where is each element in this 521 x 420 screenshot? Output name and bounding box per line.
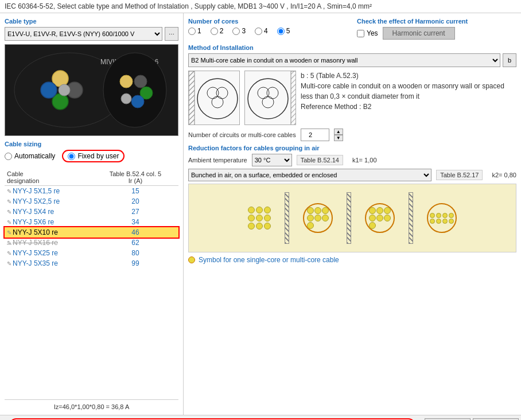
cable-type-label: Cable type [5,18,178,25]
group-1 [248,207,271,230]
cable-name-cell: ✎NYY-J 5X4 re [5,207,92,217]
pencil-icon: ✎ [7,199,11,205]
svg-point-9 [134,75,147,88]
group-4 [427,203,457,233]
pencil-icon: ✎ [7,250,11,256]
cable-ir-cell: 15 [92,186,178,197]
cable-name-cell: ✎NYY-J 5X25 re [5,248,92,258]
method-diagram-1 [188,71,240,125]
group-3 [365,203,395,233]
k2-value: k2= 0,80 [492,172,516,178]
circuits-down-btn[interactable]: ▼ [334,135,343,141]
svg-point-7 [103,53,166,127]
cable-ir-cell: 99 [92,258,178,269]
symbol-row: Symbol for one single-core or multi-core… [188,256,516,264]
cable-image: MIVIKO NYY 5X16 [5,44,178,136]
svg-point-5 [59,84,70,96]
svg-point-22 [248,79,288,119]
cable-name-cell: ✎NYY-J 5X1,5 re [5,186,92,197]
cable-table-row[interactable]: ✎NYY-J 5X35 re99 [5,258,178,269]
iz-formula: Iz=46,0*1,00*0,80 = 36,8 A [5,399,178,410]
yellow-dot-icon [188,256,195,263]
pencil-icon: ✎ [7,230,11,236]
col-ir: Table B.52.4 col. 5Ir (A) [92,169,178,186]
method-section: Method of Installation B2 Multi-core cab… [188,44,516,264]
svg-point-8 [120,75,133,88]
bunching-table-ref: Table B.52.17 [436,170,483,180]
cable-type-icon-btn[interactable]: ⋯ [165,27,178,41]
circuits-spinner[interactable]: ▲ ▼ [334,129,343,141]
grouping-visual [188,184,516,252]
cable-table: Cabledesignation Table B.52.4 col. 5Ir (… [5,169,178,269]
svg-point-23 [258,87,269,99]
cable-table-row[interactable]: ✎NYY-J 5X2,5 re20 [5,196,178,207]
cable-table-row[interactable]: ✎NYY-J 5X10 re46 [5,227,178,238]
col-designation: Cabledesignation [5,169,92,186]
method-description: b : 5 (Table A.52.3) Multi-core cable in… [301,71,516,125]
harmonic-current-btn[interactable]: Harmonic current [383,27,455,40]
cable-name-cell: ✎NYY-J 5X6 re [5,217,92,227]
ambient-label: Ambient temperature [188,157,247,164]
pencil-icon: ✎ [7,209,11,215]
svg-point-19 [212,96,223,108]
cable-name-cell: ✎NYY-J 5X35 re [5,258,92,269]
svg-point-11 [131,95,144,108]
cable-name-cell: ✎NYY-J 5X2,5 re [5,196,92,207]
cable-table-row[interactable]: ✎NYY-J 5X1,5 re15 [5,186,178,197]
harmonic-checkbox-label[interactable]: Yes [357,29,378,37]
cores-radio-4[interactable]: 4 [255,27,268,35]
svg-point-24 [267,87,278,99]
cable-ir-cell: 34 [92,217,178,227]
symbol-label: Symbol for one single-core or multi-core… [199,256,339,264]
cores-label: Number of cores [188,18,348,25]
method-label: Method of Installation [188,44,516,51]
harmonic-yes-label: Yes [367,29,378,37]
svg-point-4 [41,82,57,98]
harmonic-section: Check the effect of Harmonic current Yes… [357,18,516,40]
wall-1 [285,192,289,244]
svg-point-18 [216,87,228,99]
b-button[interactable]: b [503,53,516,67]
pencil-icon: ✎ [7,219,11,225]
pencil-icon: ✎ [7,188,11,195]
method-select[interactable]: B2 Multi-core cable in conduit on a wood… [188,53,500,67]
circuits-input[interactable] [301,129,329,141]
cable-ir-cell: 62 [92,238,178,248]
cable-type-select[interactable]: E1VV-U, E1VV-R, E1VV-S (NYY) 600/1000 V [5,27,162,41]
cancel-button[interactable]: Cancel [473,418,519,421]
wall-2 [347,192,351,244]
svg-point-16 [197,79,238,119]
right-panel: Number of cores 12345 Check the effect o… [184,13,521,415]
cable-name-cell: ✎NYY-J 5X16 re [5,238,92,248]
k1-value: k1= 1,00 [352,157,377,164]
group-2 [303,203,333,233]
radio-fixed-container[interactable]: Fixed by user [62,150,125,162]
cable-table-row[interactable]: ✎NYY-J 5X25 re80 [5,248,178,258]
circuits-label: Number of circuits or multi-core cables [188,131,296,138]
cable-ir-cell: 27 [92,207,178,217]
svg-point-17 [207,87,219,99]
harmonic-checkbox[interactable] [357,30,364,37]
ambient-select[interactable]: 30 °C [252,154,292,166]
svg-rect-15 [189,71,195,125]
bunching-select[interactable]: Bunched in air, on a surface, embedded o… [188,169,431,181]
cores-radio-1[interactable]: 1 [188,27,201,35]
cores-radio-2[interactable]: 2 [211,27,224,35]
cores-section: Number of cores 12345 [188,18,348,40]
circuits-up-btn[interactable]: ▲ [334,129,343,135]
cores-radio-5[interactable]: 5 [277,27,290,35]
method-diagram-2 [244,71,296,125]
svg-rect-21 [291,71,296,125]
cable-name-cell: ✎NYY-J 5X10 re [5,227,92,238]
pencil-icon: ✎ [7,240,11,246]
title-bar: IEC 60364-5-52, Select cable type and Me… [0,0,521,13]
cable-table-row[interactable]: ✎NYY-J 5X4 re27 [5,207,178,217]
radio-fixed[interactable] [68,153,75,160]
ok-button[interactable]: OK [425,418,471,421]
cable-table-row[interactable]: ✎NYY-J 5X6 re34 [5,217,178,227]
cable-ir-cell: 20 [92,196,178,207]
cable-ir-cell: 80 [92,248,178,258]
cable-table-row[interactable]: ✎NYY-J 5X16 re62 [5,238,178,248]
radio-auto[interactable]: Automatically [5,152,55,160]
cores-radio-3[interactable]: 3 [232,27,246,35]
